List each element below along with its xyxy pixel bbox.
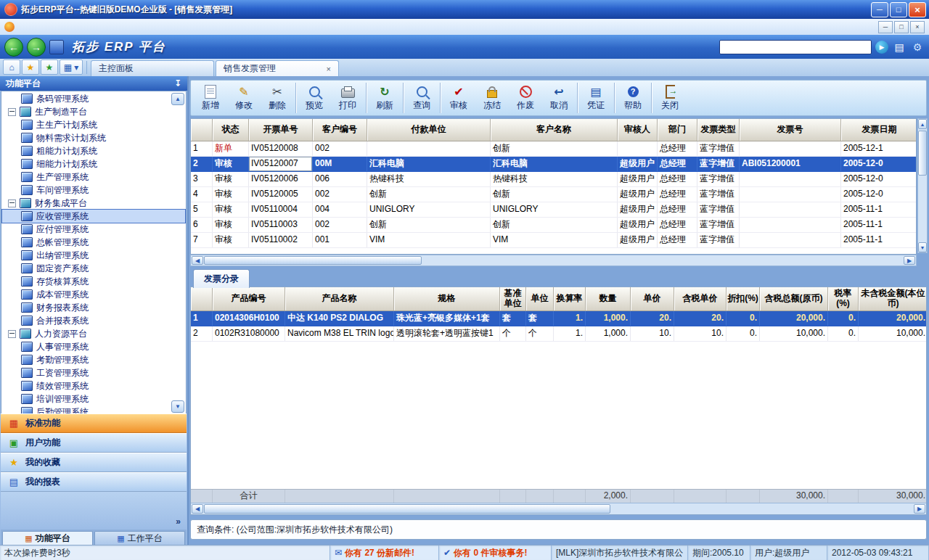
tree-item[interactable]: 条码管理系统	[2, 92, 185, 105]
cell-amount-with-tax[interactable]: 10,000.	[760, 326, 828, 341]
column-header-invoice-type[interactable]: 发票类型	[697, 119, 740, 141]
query-button[interactable]: 查询	[405, 82, 438, 114]
search-go-icon[interactable]: ▶	[875, 41, 888, 54]
cell-auditor[interactable]: 超级用户	[618, 233, 658, 247]
cell-base-unit[interactable]: 个	[500, 326, 526, 341]
cell-product-name[interactable]: 中达 K140 PS2 DIALOG	[285, 311, 394, 326]
cell-price[interactable]: 10.	[631, 326, 674, 341]
more-buttons-chevron-icon[interactable]: »	[176, 516, 181, 527]
cell-department[interactable]: 总经理	[658, 141, 697, 156]
column-header-base-unit[interactable]: 基准单位	[500, 287, 526, 310]
add-button[interactable]: 新增	[194, 82, 227, 114]
cell-invoice-date[interactable]: 2005-12-1	[841, 141, 917, 156]
column-header-conversion[interactable]: 换算率	[554, 287, 586, 310]
status-mail[interactable]: ✉ 你有 27 份新邮件!	[330, 545, 439, 560]
invoice-row[interactable]: 5 审核 IV05110004 004 UNIGLORY UNIGLORY 超级…	[191, 202, 916, 218]
row-number-header[interactable]	[191, 119, 213, 141]
navbar-icon[interactable]	[610, 40, 625, 54]
tree-item[interactable]: 培训管理系统	[2, 392, 185, 405]
detail-row[interactable]: 1 02014306H0100 中达 K140 PS2 DIALOG 珠光蓝+亮…	[191, 311, 926, 326]
tree-item[interactable]: 生产管理系统	[2, 170, 185, 184]
column-header-department[interactable]: 部门	[658, 119, 697, 141]
tab-main-panel[interactable]: 主控面板	[91, 60, 214, 76]
cell-department[interactable]: 总经理	[658, 157, 697, 171]
tab-work-platform[interactable]: ▦ 工作平台	[94, 531, 185, 545]
standard-functions-button[interactable]: ▦ 标准功能	[1, 413, 187, 433]
expand-collapse-icon[interactable]	[8, 199, 16, 207]
cell-auditor[interactable]: 超级用户	[618, 172, 658, 186]
cell-invoice-no[interactable]	[740, 187, 841, 202]
cell-auditor[interactable]	[618, 141, 658, 156]
cell-spec[interactable]: 透明滚轮套+透明蓝按键1	[394, 326, 500, 341]
detail-row[interactable]: 2 0102R31080000 Navicom M38 EL TRIN logo…	[191, 326, 926, 342]
tree-item[interactable]: 生产制造平台	[2, 105, 185, 118]
scroll-right-icon[interactable]	[914, 504, 925, 514]
cell-department[interactable]: 总经理	[658, 187, 697, 202]
status-audit-tasks[interactable]: ✔ 你有 0 件审核事务!	[439, 545, 552, 560]
cell-spec[interactable]: 珠光蓝+亮银多媒体+1套	[394, 311, 500, 326]
column-header-bill-no[interactable]: 开票单号	[249, 119, 313, 141]
tree-item[interactable]: 考勤管理系统	[2, 353, 185, 366]
cell-auditor[interactable]: 超级用户	[618, 157, 658, 171]
cell-unit[interactable]: 套	[526, 311, 554, 326]
pin-icon[interactable]: ↧	[174, 78, 181, 88]
tree-item[interactable]: 存货核算系统	[2, 275, 185, 288]
menu-item[interactable]	[71, 25, 84, 28]
detail-hscrollbar[interactable]	[191, 503, 926, 514]
expand-collapse-icon[interactable]	[8, 108, 16, 116]
cell-payer[interactable]: 创新	[367, 187, 491, 202]
hscroll-thumb[interactable]	[204, 504, 610, 514]
cell-customer-no[interactable]: 002	[313, 218, 367, 232]
tree-item[interactable]: 车间管理系统	[2, 184, 185, 197]
column-header-quantity[interactable]: 数量	[586, 287, 631, 310]
cell-customer-no[interactable]: 006	[313, 172, 367, 186]
settings-gear-icon[interactable]: ⚙	[910, 40, 925, 54]
cell-customer-name[interactable]: 热键科技	[491, 172, 618, 186]
invoice-row[interactable]: 6 审核 IV05110003 002 创新 创新 超级用户 总经理 蓝字增值 …	[191, 218, 916, 233]
cell-bill-no[interactable]: IV05120007	[249, 157, 313, 171]
invoice-row[interactable]: 1 新单 IV05120008 002 创新 总经理 蓝字增值 2005-12-…	[191, 141, 916, 157]
invoice-row[interactable]: 3 审核 IV05120006 006 热键科技 热键科技 超级用户 总经理 蓝…	[191, 172, 916, 187]
tree-item[interactable]: 应收管理系统	[2, 210, 185, 223]
navbar-icon[interactable]	[592, 40, 607, 54]
modify-button[interactable]: ✎ 修改	[227, 82, 261, 114]
tab-invoice-entries[interactable]: 发票分录	[193, 269, 250, 288]
tree-item[interactable]: 成本管理系统	[2, 288, 185, 301]
tree-item[interactable]: 绩效管理系统	[2, 379, 185, 392]
cell-conversion[interactable]: 1.	[554, 326, 586, 341]
cell-row-number[interactable]: 1	[191, 311, 213, 326]
vscroll-thumb[interactable]	[918, 131, 927, 176]
forward-icon[interactable]: →	[27, 38, 46, 57]
tree-item[interactable]: 合并报表系统	[2, 314, 185, 327]
back-icon[interactable]: ←	[4, 38, 23, 57]
cell-discount[interactable]: 0.	[727, 311, 760, 326]
cell-customer-no[interactable]: 002	[313, 141, 367, 156]
cell-price-with-tax[interactable]: 10.	[674, 326, 727, 341]
cell-auditor[interactable]: 超级用户	[618, 202, 658, 217]
column-header-status[interactable]: 状态	[213, 119, 249, 141]
cell-row-number[interactable]: 5	[191, 202, 213, 217]
cell-status[interactable]: 新单	[213, 141, 249, 156]
cell-invoice-date[interactable]: 2005-12-0	[841, 157, 917, 171]
cell-invoice-type[interactable]: 蓝字增值	[697, 202, 740, 217]
my-favorites-button[interactable]: ★ 我的收藏	[1, 453, 187, 472]
cell-invoice-type[interactable]: 蓝字增值	[697, 141, 740, 156]
mdi-restore-button[interactable]: □	[894, 21, 909, 33]
invoice-row[interactable]: 7 审核 IV05110002 001 VIM VIM 超级用户 总经理 蓝字增…	[191, 233, 916, 248]
restore-button[interactable]: □	[890, 2, 907, 17]
cell-department[interactable]: 总经理	[658, 233, 697, 247]
cell-customer-no[interactable]: 001	[313, 233, 367, 247]
cell-invoice-date[interactable]: 2005-11-1	[841, 202, 917, 217]
freeze-button[interactable]: 冻结	[475, 82, 509, 114]
cell-invoice-no[interactable]	[740, 202, 841, 217]
cell-invoice-no[interactable]: ABI051200001	[740, 157, 841, 171]
tree-item[interactable]: 细能力计划系统	[2, 157, 185, 170]
add-favorite-icon[interactable]: ★	[41, 59, 58, 75]
cell-amount-no-tax[interactable]: 20,000.	[859, 311, 927, 326]
tree-scroll-up-icon[interactable]	[171, 93, 184, 105]
cell-status[interactable]: 审核	[213, 218, 249, 232]
app-grid-icon[interactable]	[49, 40, 64, 54]
column-header-customer-name[interactable]: 客户名称	[491, 119, 618, 141]
close-button[interactable]: ×	[909, 2, 926, 17]
cell-invoice-date[interactable]: 2005-12-0	[841, 172, 917, 186]
